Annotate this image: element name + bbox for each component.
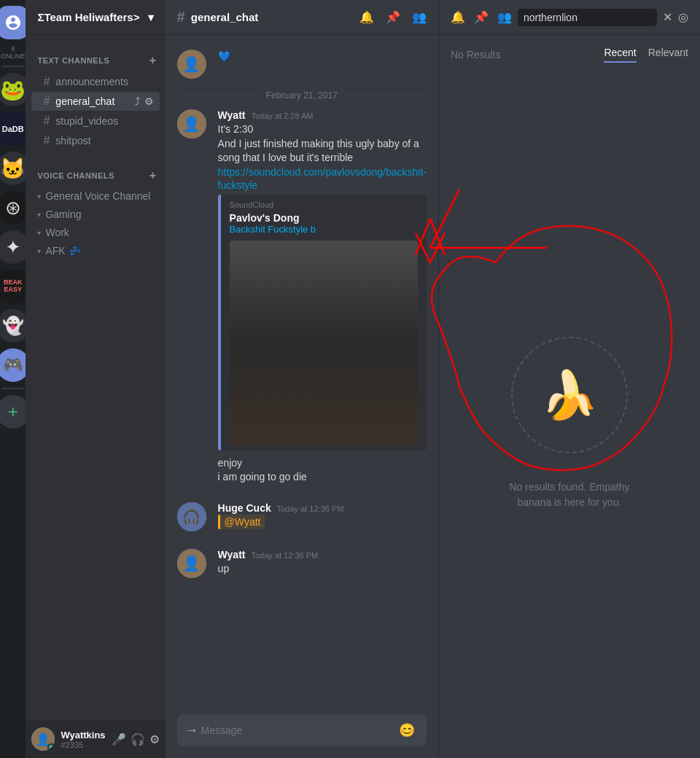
server-icon-star[interactable]: ✦ — [0, 230, 26, 264]
user-name: Wyattkins — [61, 730, 105, 741]
msg-text: And I just finished making this ugly bab… — [218, 137, 427, 165]
server-icon-sun[interactable]: ⊛ — [0, 191, 26, 224]
server-icon-ghost[interactable]: 👻 — [0, 309, 26, 343]
tab-recent[interactable]: Recent — [604, 47, 636, 63]
hash-icon: # — [43, 95, 50, 108]
chat-input-area: ↑ 😊 — [166, 703, 438, 758]
bell-icon[interactable]: 🔔 — [359, 10, 374, 24]
msg-avatar: 👤 — [177, 549, 206, 578]
search-tabs: Recent Relevant — [604, 47, 688, 63]
date-divider: February 21, 2017 — [166, 85, 438, 106]
server-divider-2 — [1, 388, 25, 389]
user-tag: #2335 — [61, 741, 105, 749]
server-icon-1[interactable]: 🐸 — [0, 73, 26, 106]
emoji-icon[interactable]: 😊 — [399, 722, 415, 738]
server-name: ΣTeam Heliwafters> — [37, 11, 139, 23]
soundcloud-link[interactable]: https://soundcloud.com/pavlovsdong/backs… — [218, 166, 427, 191]
table-row: 👤 Wyatt Today at 12:36 PM up — [166, 546, 438, 581]
user-status-dot — [47, 743, 55, 751]
embed-provider: SoundCloud — [230, 200, 418, 209]
msg-mention: @Wyatt — [218, 515, 427, 528]
headset-icon[interactable]: 🎧 — [131, 732, 145, 746]
msg-header: Huge Cuck Today at 12:36 PM — [218, 502, 427, 514]
gear-icon[interactable]: ⚙ — [144, 95, 154, 107]
add-server-button[interactable]: + — [0, 395, 26, 429]
msg-avatar: 👤 — [177, 109, 206, 138]
search-content: 🍌 No results found. Empathybanana is her… — [439, 74, 700, 758]
hash-icon: # — [43, 134, 50, 147]
banana-emoji: 🍌 — [540, 368, 599, 423]
bell-icon[interactable]: 🔔 — [451, 10, 465, 24]
table-row: 👤 Wyatt Today at 2:28 AM It's 2:30 And I… — [166, 106, 438, 488]
msg-author: Wyatt — [218, 549, 246, 560]
voice-general[interactable]: ▾ General Voice Channel — [31, 187, 159, 205]
members-icon[interactable]: 👥 — [412, 10, 427, 24]
msg-avatar: 🎧 — [177, 502, 206, 531]
server-icon-dadb[interactable]: DaDB — [0, 112, 26, 146]
pin-icon[interactable]: 📌 — [474, 10, 489, 24]
chat-hash-icon: # — [177, 9, 185, 26]
msg-time: Today at 2:28 AM — [251, 112, 313, 120]
msg-content: 💙 — [218, 50, 427, 79]
chevron-down-icon: ▾ — [148, 11, 154, 24]
embed-title: Pavlov's Dong — [230, 212, 418, 224]
main-chat: # general_chat 🔔 📌 👥 👤 💙 February 21, 20… — [166, 0, 438, 758]
voice-work[interactable]: ▾ Work — [31, 224, 159, 241]
banana-illustration: 🍌 — [497, 322, 642, 468]
add-voice-channel-button[interactable]: + — [147, 168, 160, 184]
msg-text: enjoy — [218, 456, 427, 471]
user-dm-icon[interactable] — [0, 6, 26, 39]
close-icon[interactable]: ✕ — [663, 10, 672, 24]
online-count: 8 ONLINE — [0, 45, 26, 60]
text-channels-header[interactable]: TEXT CHANNELS + — [26, 41, 165, 71]
channel-announcements[interactable]: # announcements — [31, 72, 159, 91]
circle-icon[interactable]: ◎ — [678, 10, 688, 24]
server-header[interactable]: ΣTeam Heliwafters> ▾ — [26, 0, 165, 35]
voice-channel-label: Gaming — [45, 208, 81, 220]
chat-header: # general_chat 🔔 📌 👥 — [166, 0, 438, 35]
search-input[interactable] — [518, 9, 657, 26]
add-text-channel-button[interactable]: + — [147, 52, 160, 69]
voice-afk[interactable]: ▾ AFK 💤 — [31, 242, 159, 259]
chevron-down-icon: ▾ — [37, 192, 41, 200]
msg-header: Wyatt Today at 2:28 AM — [218, 109, 427, 121]
hash-icon: # — [43, 114, 50, 128]
settings-icon[interactable]: ⚙ — [149, 732, 160, 746]
channel-general-chat[interactable]: # general_chat ⤴ ⚙ — [31, 92, 159, 111]
chevron-down-icon: ▾ — [37, 229, 41, 237]
voice-channels-header[interactable]: VOICE CHANNELS + — [26, 156, 165, 187]
msg-header: Wyatt Today at 12:36 PM — [218, 549, 427, 560]
message-input[interactable] — [201, 724, 393, 736]
msg-avatar: 👤 — [177, 50, 206, 79]
upload-icon[interactable]: ↑ — [184, 727, 200, 734]
server-divider — [1, 66, 25, 67]
msg-text: up — [218, 562, 427, 577]
channel-label: general_chat — [55, 95, 114, 107]
user-controls: 🎤 🎧 ⚙ — [112, 732, 160, 746]
channel-label: stupid_videos — [55, 115, 118, 127]
soundcloud-embed: SoundCloud Pavlov's Dong Backshit Fuckst… — [218, 195, 427, 450]
server-icon-beak[interactable]: BEAKEASY — [0, 270, 26, 303]
msg-content: Wyatt Today at 2:28 AM It's 2:30 And I j… — [218, 109, 427, 485]
msg-text: It's 2:30 — [218, 122, 427, 137]
embed-subtitle: Backshit Fuckstyle b — [230, 224, 418, 235]
hash-icon: # — [43, 75, 50, 88]
pin-icon[interactable]: 📌 — [386, 10, 400, 24]
mic-icon[interactable]: 🎤 — [112, 732, 126, 746]
server-icon-cat[interactable]: 🐱 — [0, 152, 26, 185]
no-results-label: No Results — [451, 49, 500, 60]
voice-channel-label: AFK 💤 — [45, 245, 80, 257]
members-icon[interactable]: 👥 — [497, 10, 512, 24]
voice-channel-label: General Voice Channel — [45, 190, 150, 202]
server-icon-discord[interactable]: 🎮 — [0, 348, 26, 382]
upload-icon[interactable]: ⤴ — [135, 95, 140, 107]
channel-list: TEXT CHANNELS + # announcements # genera… — [26, 35, 165, 720]
msg-author: Huge Cuck — [218, 502, 271, 514]
msg-text: i am going to go die — [218, 470, 427, 485]
msg-time: Today at 12:36 PM — [277, 504, 344, 513]
channel-stupid-videos[interactable]: # stupid_videos — [31, 112, 159, 130]
no-results-text: No results found. Empathybanana is here … — [510, 480, 630, 510]
tab-relevant[interactable]: Relevant — [648, 47, 688, 63]
channel-shitpost[interactable]: # shitpost — [31, 131, 159, 150]
voice-gaming[interactable]: ▾ Gaming — [31, 206, 159, 223]
